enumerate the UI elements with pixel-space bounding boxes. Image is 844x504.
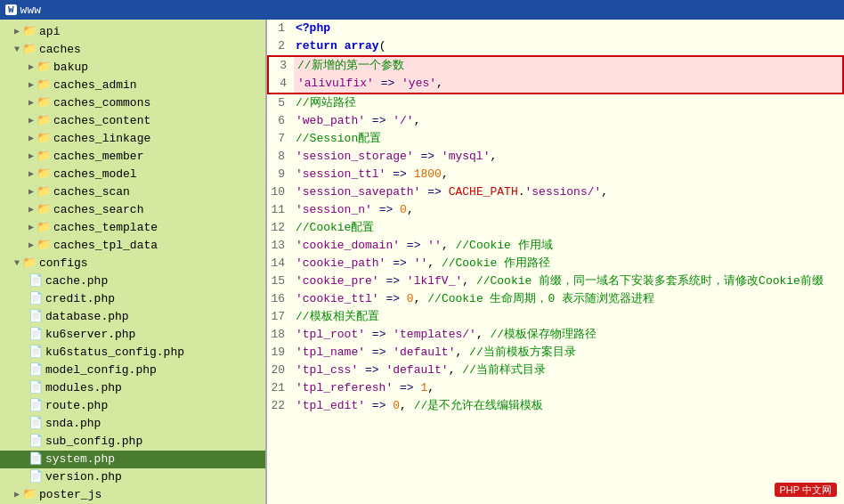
tree-item-credit.php[interactable]: 📄credit.php [0,290,265,308]
line-content: 'tpl_name' => 'default', //当前模板方案目录 [292,344,844,362]
title-text: www [20,4,41,17]
line-content: 'tpl_root' => 'templates/', //模板保存物理路径 [292,326,844,344]
tree-label: bakup [53,60,88,76]
code-line-12: 12//Cookie配置 [267,219,844,237]
tree-label: configs [39,256,88,272]
tree-item-cache.php[interactable]: 📄cache.php [0,272,265,290]
tree-item-database.php[interactable]: 📄database.php [0,308,265,326]
tree-item-caches_member[interactable]: ▶📁caches_member [0,148,265,166]
code-line-14: 14'cookie_path' => '', //Cookie 作用路径 [267,255,844,272]
line-content: 'cookie_domain' => '', //Cookie 作用域 [292,237,844,255]
code-line-8: 8'session_storage' => 'mysql', [267,148,844,166]
line-number: 1 [267,20,292,37]
line-content: 'cookie_path' => '', //Cookie 作用路径 [292,255,844,272]
tree-item-sub_config.php[interactable]: 📄sub_config.php [0,433,265,451]
title-icon: W [5,4,17,15]
tree-item-ku6status_config.php[interactable]: 📄ku6status_config.php [0,344,265,362]
code-line-17: 17//模板相关配置 [267,308,844,326]
watermark: PHP 中文网 [775,484,837,497]
code-panel[interactable]: 1<?php2return array(3//新增的第一个参数4'alivulf… [267,20,844,504]
tree-item-api[interactable]: ▶📁api [0,23,265,41]
tree-label: system.php [45,451,115,467]
line-number: 11 [267,201,292,219]
tree-item-caches_model[interactable]: ▶📁caches_model [0,166,265,183]
line-number: 4 [269,75,294,93]
line-content: //Session配置 [292,130,844,148]
tree-label: ku6server.php [45,327,135,343]
tree-label: caches_commons [53,95,150,111]
line-content: //新增的第一个参数 [294,57,842,75]
tree-label: version.php [45,469,122,485]
line-content: 'tpl_referesh' => 1, [292,379,844,397]
line-content: //网站路径 [292,94,844,112]
tree-item-snda.php[interactable]: 📄snda.php [0,415,265,433]
line-number: 6 [267,112,292,130]
tree-item-caches_commons[interactable]: ▶📁caches_commons [0,94,265,112]
tree-label: api [39,24,60,40]
line-content: 'cookie_pre' => 'lklfV_', //Cookie 前缀，同一… [292,272,844,290]
tree-item-modules.php[interactable]: 📄modules.php [0,379,265,397]
tree-item-route.php[interactable]: 📄route.php [0,397,265,415]
tree-label: caches_tpl_data [53,238,158,254]
code-line-22: 22'tpl_edit' => 0, //是不允许在线编辑模板 [267,397,844,415]
tree-item-caches_scan[interactable]: ▶📁caches_scan [0,183,265,201]
tree-label: cache.php [45,273,108,289]
tree-label: sub_config.php [45,434,142,450]
line-content: //Cookie配置 [292,219,844,237]
line-number: 9 [267,166,292,183]
tree-label: caches_linkage [53,131,150,147]
code-line-11: 11'session_n' => 0, [267,201,844,219]
tree-item-model_config.php[interactable]: 📄model_config.php [0,362,265,379]
line-number: 16 [267,290,292,308]
code-line-18: 18'tpl_root' => 'templates/', //模板保存物理路径 [267,326,844,344]
tree-label: snda.php [45,416,101,432]
line-number: 2 [267,37,292,55]
line-number: 13 [267,237,292,255]
tree-item-caches_template[interactable]: ▶📁caches_template [0,219,265,237]
line-content: 'session_n' => 0, [292,201,844,219]
line-content: 'session_storage' => 'mysql', [292,148,844,166]
code-line-15: 15'cookie_pre' => 'lklfV_', //Cookie 前缀，… [267,272,844,290]
line-content: 'web_path' => '/', [292,112,844,130]
code-line-9: 9'session_ttl' => 1800, [267,166,844,183]
code-line-19: 19'tpl_name' => 'default', //当前模板方案目录 [267,344,844,362]
tree-label: ku6status_config.php [45,345,184,361]
tree-item-ku6server.php[interactable]: 📄ku6server.php [0,326,265,344]
title-bar: W www [0,0,844,20]
code-lines: 1<?php2return array(3//新增的第一个参数4'alivulf… [267,20,844,415]
line-number: 10 [267,183,292,201]
line-number: 14 [267,255,292,272]
tree-item-caches[interactable]: ▼📁caches [0,41,265,59]
code-line-2: 2return array( [267,37,844,55]
line-number: 5 [267,94,292,112]
line-content: 'tpl_css' => 'default', //当前样式目录 [292,362,844,379]
line-number: 3 [269,57,294,75]
tree-label: caches_search [53,202,143,218]
code-line-20: 20'tpl_css' => 'default', //当前样式目录 [267,362,844,379]
tree-label: caches [39,42,81,58]
tree-label: caches_template [53,220,158,236]
tree-item-version.php[interactable]: 📄version.php [0,468,265,486]
tree-item-caches_admin[interactable]: ▶📁caches_admin [0,77,265,94]
tree-item-poster_js[interactable]: ▶📁poster_js [0,486,265,504]
tree-label: modules.php [45,380,122,396]
tree-label: model_config.php [45,362,157,378]
tree-item-caches_linkage[interactable]: ▶📁caches_linkage [0,130,265,148]
code-line-16: 16'cookie_ttl' => 0, //Cookie 生命周期，0 表示随… [267,290,844,308]
watermark-text: PHP 中文网 [775,483,837,497]
line-number: 20 [267,362,292,379]
tree-label: caches_scan [53,184,130,200]
tree-item-bakup[interactable]: ▶📁bakup [0,59,265,77]
tree-item-system.php[interactable]: 📄system.php [0,451,265,468]
tree-label: poster_js [39,487,101,503]
tree-item-configs[interactable]: ▼📁configs [0,255,265,272]
tree-label: caches_admin [53,77,137,93]
line-content: //模板相关配置 [292,308,844,326]
code-line-1: 1<?php [267,20,844,37]
tree-item-caches_search[interactable]: ▶📁caches_search [0,201,265,219]
line-number: 7 [267,130,292,148]
tree-item-caches_content[interactable]: ▶📁caches_content [0,112,265,130]
line-content: return array( [292,37,844,55]
code-line-21: 21'tpl_referesh' => 1, [267,379,844,397]
tree-item-caches_tpl_data[interactable]: ▶📁caches_tpl_data [0,237,265,255]
